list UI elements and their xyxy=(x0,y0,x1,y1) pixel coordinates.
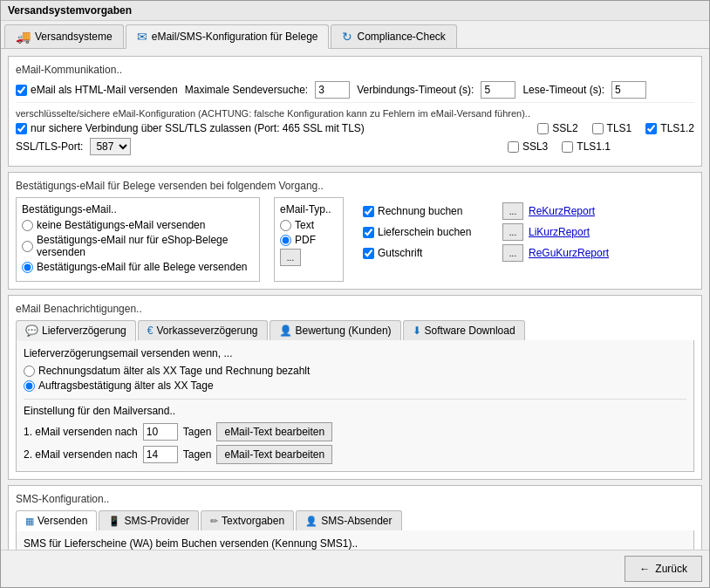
text-typ-radio[interactable] xyxy=(280,220,291,231)
pdf-typ-label[interactable]: PDF xyxy=(280,234,338,246)
lieferschein-dots-button[interactable]: ... xyxy=(502,223,523,241)
phone-icon: 📱 xyxy=(108,516,120,527)
footer: ← Zurück xyxy=(1,550,709,587)
sms-tab-bar: ▦ Versenden 📱 SMS-Provider ✏ Textvorgabe… xyxy=(16,510,694,530)
ssl2-label[interactable]: SSL2 xyxy=(537,122,577,134)
tab-versandsysteme[interactable]: 🚚 Versandsysteme xyxy=(4,24,124,48)
email-typ-label: eMail-Typ.. xyxy=(280,203,338,215)
ssl-port-row: SSL/TLS-Port: 587 465 SSL3 TLS1.1 xyxy=(16,138,694,155)
text-typ-label[interactable]: Text xyxy=(280,219,338,231)
tls12-text: TLS1.2 xyxy=(660,122,694,134)
sms-tab-textvorgaben[interactable]: ✏ Textvorgaben xyxy=(201,510,294,530)
auftragsbestaetigung-radio[interactable] xyxy=(24,380,35,392)
rechnung-checkbox-label[interactable]: Rechnung buchen xyxy=(363,205,502,217)
sms-tab-provider[interactable]: 📱 SMS-Provider xyxy=(99,510,199,530)
email-benachrichtigungen-label: eMail Benachrichtigungen.. xyxy=(16,303,694,315)
lese-timeout-label: Lese-Timeout (s): xyxy=(522,84,604,96)
only-secure-checkbox[interactable] xyxy=(16,123,27,134)
tls11-label[interactable]: TLS1.1 xyxy=(562,140,611,153)
software-download-label: Software Download xyxy=(425,325,515,337)
sms-tab-absender[interactable]: 👤 SMS-Absender xyxy=(296,510,401,530)
email-typ-dots-button[interactable]: ... xyxy=(280,249,301,266)
pdf-typ-radio[interactable] xyxy=(280,235,291,246)
keine-bestaetigung-label[interactable]: keine Bestätigungs-eMail versenden xyxy=(22,219,254,231)
tab-software-download[interactable]: ⬇ Software Download xyxy=(403,320,525,340)
gutschrift-row: Gutschrift ... ReGuKurzReport xyxy=(363,244,689,262)
ssl-port-label: SSL/TLS-Port: xyxy=(16,140,83,153)
lese-timeout-input[interactable] xyxy=(611,81,646,99)
first-mail-input[interactable] xyxy=(143,423,178,441)
zuruck-label: Zurück xyxy=(655,563,687,575)
gutschrift-checkbox[interactable] xyxy=(363,248,374,259)
tls1-checkbox[interactable] xyxy=(592,123,604,134)
max-send-input[interactable] xyxy=(315,81,350,99)
tab-email-sms[interactable]: ✉ eMail/SMS-Konfiguration für Belege xyxy=(126,24,330,49)
gutschrift-text: Gutschrift xyxy=(378,247,422,259)
rekurz-link[interactable]: ReKurzReport xyxy=(529,205,595,217)
first-mail-edit-button[interactable]: eMail-Text bearbeiten xyxy=(216,422,332,441)
email-notif-tab-bar: 💬 Lieferverzögerung € Vorkasseverzögerun… xyxy=(16,320,694,340)
alle-bestaetigung-radio[interactable] xyxy=(22,262,33,273)
lieferverzoegerung-label: Lieferverzögerung xyxy=(42,325,126,337)
email-benachrichtigungen-section: eMail Benachrichtigungen.. 💬 Lieferverzö… xyxy=(8,295,702,480)
tls12-label[interactable]: TLS1.2 xyxy=(645,122,694,134)
rechnungsdatum-radio[interactable] xyxy=(24,366,35,377)
rechnungsdatum-text: Rechnungsdatum älter als XX Tage und Rec… xyxy=(38,365,310,377)
gutschrift-dots-button[interactable]: ... xyxy=(502,244,523,262)
html-mail-checkbox[interactable] xyxy=(16,85,27,96)
likurz-link[interactable]: LiKurzReport xyxy=(529,226,590,238)
auftragsbestaetigung-radio-label[interactable]: Auftragsbestätigung älter als XX Tage xyxy=(24,379,686,392)
rechnungsdatum-radio-label[interactable]: Rechnungsdatum älter als XX Tage und Rec… xyxy=(24,365,686,377)
lieferschein-text: Lieferschein buchen xyxy=(378,226,471,238)
table-icon: ▦ xyxy=(25,516,34,527)
mail-versand-table: 1. eMail versenden nach Tagen eMail-Text… xyxy=(24,422,686,464)
gutschrift-checkbox-label[interactable]: Gutschrift xyxy=(363,247,502,259)
verbindung-timeout-input[interactable] xyxy=(481,81,515,99)
lieferschein-checkbox[interactable] xyxy=(363,227,374,238)
textvorgaben-label: Textvorgaben xyxy=(222,515,284,527)
tab-vorkasseverzoegerung[interactable]: € Vorkasseverzögerung xyxy=(138,320,268,340)
lieferverzoegerung-title: Lieferverzögerungsemail versenden wenn, … xyxy=(24,347,686,359)
tls1-label[interactable]: TLS1 xyxy=(592,122,632,134)
tls11-checkbox[interactable] xyxy=(562,141,573,153)
tab-bewertung[interactable]: 👤 Bewertung (Kunden) xyxy=(270,320,401,340)
rechnung-checkbox[interactable] xyxy=(363,206,374,217)
keine-bestaetigung-radio[interactable] xyxy=(22,220,33,231)
verbindung-timeout-label: Verbindungs-Timeout (s): xyxy=(357,84,474,96)
zuruck-button[interactable]: ← Zurück xyxy=(625,556,702,582)
rechnung-row: Rechnung buchen ... ReKurzReport xyxy=(363,202,689,220)
ssl-warning-text: verschlüsselte/sichere eMail-Konfigurati… xyxy=(16,108,694,119)
ssl3-checkbox[interactable] xyxy=(508,141,519,153)
auftragsbestaetigung-text: Auftragsbestätigung älter als XX Tage xyxy=(38,379,214,392)
lieferschein-row: Lieferschein buchen ... LiKurzReport xyxy=(363,223,689,241)
tls12-checkbox[interactable] xyxy=(645,123,657,134)
mail-row-2: 2. eMail versenden nach Tagen eMail-Text… xyxy=(24,445,686,464)
only-secure-label[interactable]: nur sichere Verbindung über SSL/TLS zula… xyxy=(16,122,365,134)
eshop-bestaetigung-label[interactable]: Bestätigungs-eMail nur für eShop-Belege … xyxy=(22,234,254,258)
ssl-checkboxes-right2: SSL3 TLS1.1 xyxy=(508,140,694,153)
tls1-text: TLS1 xyxy=(607,122,632,134)
ssl3-label[interactable]: SSL3 xyxy=(508,140,548,153)
bestaetigung-email-section-label: Bestätigungs-eMail für Belege versenden … xyxy=(16,180,694,192)
regukurz-link[interactable]: ReGuKurzReport xyxy=(529,247,609,259)
sms-versenden-content: SMS für Lieferscheine (WA) beim Buchen v… xyxy=(16,530,694,550)
ssl-config-area: verschlüsselte/sichere eMail-Konfigurati… xyxy=(16,102,694,155)
alle-bestaetigung-label[interactable]: Bestätigungs-eMail für alle Belege verse… xyxy=(22,261,254,273)
html-mail-checkbox-label[interactable]: eMail als HTML-Mail versenden xyxy=(16,84,178,96)
beleg-left: Bestätigungs-eMail.. keine Bestätigungs-… xyxy=(16,197,260,282)
eshop-bestaetigung-radio[interactable] xyxy=(22,241,33,252)
lieferschein-checkbox-label[interactable]: Lieferschein buchen xyxy=(363,226,502,238)
alle-bestaetigung-text: Bestätigungs-eMail für alle Belege verse… xyxy=(37,261,247,273)
tab-compliance[interactable]: ↻ Compliance-Check xyxy=(331,24,456,48)
ssl-port-select[interactable]: 587 465 xyxy=(90,138,131,155)
rechnung-dots-button[interactable]: ... xyxy=(502,202,523,220)
second-mail-input[interactable] xyxy=(143,446,178,463)
main-content: eMail-Kommunikation.. eMail als HTML-Mai… xyxy=(1,49,709,550)
ssl2-text: SSL2 xyxy=(552,122,577,134)
ssl2-checkbox[interactable] xyxy=(537,123,549,134)
beleg-section-container: Bestätigungs-eMail.. keine Bestätigungs-… xyxy=(16,197,694,282)
tab-lieferverzoegerung[interactable]: 💬 Lieferverzögerung xyxy=(16,320,136,341)
lieferverzoegerung-content: Lieferverzögerungsemail versenden wenn, … xyxy=(16,340,694,472)
sms-tab-versenden[interactable]: ▦ Versenden xyxy=(16,510,97,531)
second-mail-edit-button[interactable]: eMail-Text bearbeiten xyxy=(216,445,332,464)
